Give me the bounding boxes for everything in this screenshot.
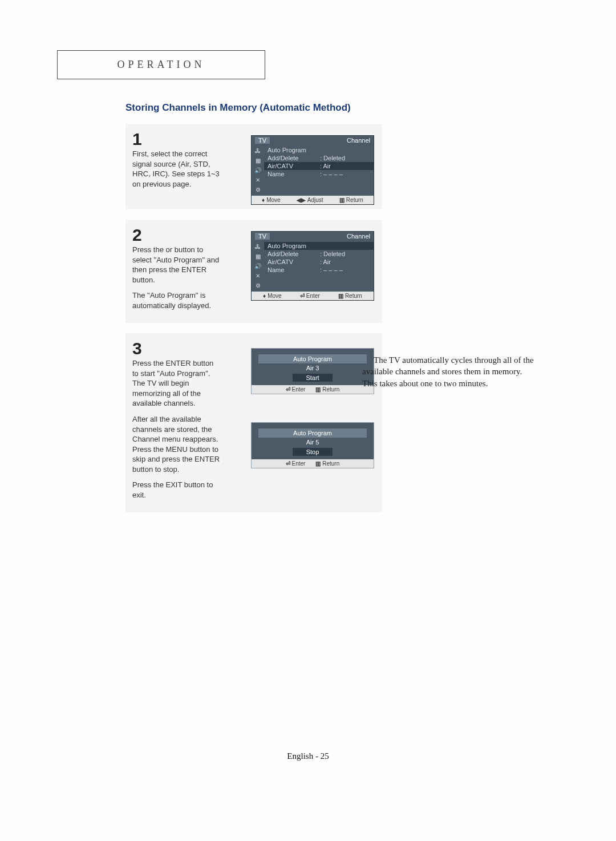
osd-label: Auto Program (268, 147, 320, 153)
sliders-icon: ⚙ (254, 186, 262, 193)
enter-icon: ⏎ (286, 460, 290, 467)
popup-line: Air 5 (252, 438, 374, 447)
page-subtitle: Storing Channels in Memory (Automatic Me… (125, 102, 559, 114)
step-text: First, select the correct signal source … (132, 149, 221, 189)
osd-list: Auto Program Add/Delete : Deleted Air/CA… (264, 241, 374, 292)
osd-row[interactable]: Auto Program (264, 146, 374, 154)
osd-row-selected[interactable]: Auto Program (264, 242, 374, 250)
stop-button[interactable]: Stop (293, 448, 333, 456)
osd-menu: TV Channel 🖧 ▦ 🔊 ✕ ⚙ Auto Program (251, 135, 374, 205)
sound-icon: 🔊 (254, 262, 262, 270)
osd-foot-label: Adjust (307, 197, 323, 203)
osd-label: Name (268, 171, 320, 177)
step-text: Press the or button to select "Auto Prog… (132, 245, 221, 310)
osd-row[interactable]: Add/Delete : Deleted (264, 250, 374, 258)
osd-label: Add/Delete (268, 155, 320, 161)
osd-label: Air/CATV (268, 258, 320, 265)
antenna-icon: 🖧 (254, 243, 262, 250)
step-3: 3 Press the ENTER button to start "Auto … (125, 333, 382, 512)
step-paragraph: Press the or button to select "Auto Prog… (132, 245, 221, 285)
osd-footer: ♦Move ⏎Enter ▥Return (252, 292, 374, 300)
popup-foot-label: Enter (292, 386, 306, 393)
picture-icon: ▦ (254, 157, 262, 164)
osd-label: Air/CATV (268, 163, 320, 169)
page: OPERATION Storing Channels in Memory (Au… (0, 0, 616, 512)
osd-value: : – – – – (320, 266, 343, 273)
osd-foot-label: Move (266, 197, 280, 203)
osd-value: : Air (320, 258, 331, 265)
side-note: The TV automatically cycles through all … (362, 354, 556, 389)
enter-icon: ⏎ (286, 386, 290, 393)
osd-label: Auto Program (268, 242, 320, 249)
sidenote-paragraph: The TV automatically cycles through all … (362, 354, 556, 378)
osd-icon-column: 🖧 ▦ 🔊 ✕ ⚙ (252, 145, 264, 196)
menu-icon: ▥ (315, 386, 321, 393)
osd-label: Add/Delete (268, 250, 320, 257)
osd-foot-label: Return (345, 293, 362, 299)
popup-title: Auto Program (258, 428, 367, 438)
osd-foot-label: Return (346, 197, 363, 203)
osd-row[interactable]: Add/Delete : Deleted (264, 154, 374, 162)
osd-row[interactable]: Air/CATV : Air (264, 258, 374, 266)
popup-foot-label: Return (322, 386, 339, 393)
enter-icon: ⏎ (300, 293, 305, 299)
sound-icon: 🔊 (254, 167, 262, 174)
osd-footer: ♦Move ◀▶Adjust ▥Return (252, 196, 374, 204)
osd-popup-stop: Auto Program Air 5 Stop ⏎ Enter ▥ Return (251, 422, 374, 468)
osd-row[interactable]: Name : – – – – (264, 170, 374, 178)
sliders-icon: ⚙ (254, 282, 262, 289)
osd-row[interactable]: Name : – – – – (264, 266, 374, 274)
osd-menu: TV Channel 🖧 ▦ 🔊 ✕ ⚙ Auto Program (251, 231, 374, 301)
osd-foot-label: Move (268, 293, 281, 299)
osd-tv-badge: TV (255, 233, 270, 240)
osd-title: Channel (347, 233, 370, 240)
section-header: OPERATION (57, 50, 265, 79)
step-1: 1 First, select the correct signal sourc… (125, 124, 382, 209)
osd-foot-label: Enter (306, 293, 320, 299)
osd-value: : Air (320, 163, 331, 169)
popup-line: Air 3 (252, 363, 374, 373)
osd-value: : Deleted (320, 250, 345, 257)
menu-icon: ▥ (315, 460, 321, 467)
popup-title: Auto Program (258, 354, 367, 363)
step-paragraph: First, select the correct signal source … (132, 149, 221, 189)
osd-title: Channel (347, 137, 370, 144)
page-footer: English - 25 (0, 751, 616, 761)
osd-row-selected[interactable]: Air/CATV : Air (264, 162, 374, 170)
osd-popup-start: Auto Program Air 3 Start ⏎ Enter ▥ Retur… (251, 348, 374, 394)
popup-footer: ⏎ Enter ▥ Return (252, 385, 374, 394)
menu-icon: ▥ (338, 293, 343, 299)
step-paragraph: After all the available channels are sto… (132, 414, 221, 474)
leftright-icon: ◀▶ (297, 197, 306, 203)
antenna-icon: 🖧 (254, 147, 262, 155)
osd-value: : – – – – (320, 171, 343, 177)
setup-icon: ✕ (254, 176, 262, 184)
osd-icon-column: 🖧 ▦ 🔊 ✕ ⚙ (252, 241, 264, 292)
osd-tv-badge: TV (255, 137, 270, 144)
step-paragraph: Press the EXIT button to exit. (132, 480, 221, 500)
section-title: OPERATION (117, 59, 205, 70)
updown-icon: ♦ (262, 197, 265, 203)
setup-icon: ✕ (254, 272, 262, 280)
osd-list: Auto Program Add/Delete : Deleted Air/CA… (264, 145, 374, 196)
start-button[interactable]: Start (293, 374, 333, 382)
popup-footer: ⏎ Enter ▥ Return (252, 459, 374, 468)
picture-icon: ▦ (254, 253, 262, 260)
sidenote-paragraph: This takes about one to two minutes. (362, 378, 556, 389)
osd-value: : Deleted (320, 155, 345, 161)
osd-label: Name (268, 266, 320, 273)
updown-icon: ♦ (263, 293, 266, 299)
step-paragraph: Press the ENTER button to start "Auto Pr… (132, 358, 221, 409)
popup-foot-label: Enter (292, 460, 306, 467)
step-2: 2 Press the or button to select "Auto Pr… (125, 220, 382, 323)
step-text: Press the ENTER button to start "Auto Pr… (132, 358, 221, 500)
step-paragraph: The "Auto Program" is automatically disp… (132, 290, 221, 310)
menu-icon: ▥ (339, 197, 345, 203)
popup-foot-label: Return (322, 460, 339, 467)
